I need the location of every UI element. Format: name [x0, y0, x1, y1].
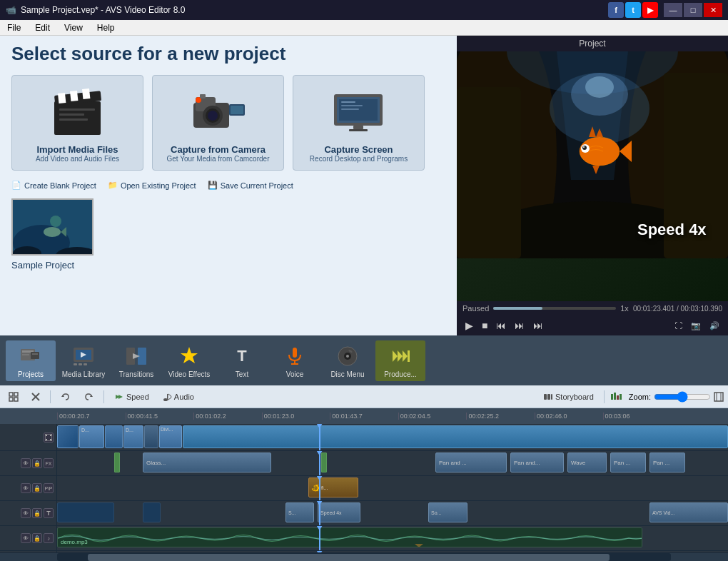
wave-clip[interactable]: Wave [567, 453, 607, 472]
stop-button[interactable]: ■ [479, 318, 490, 333]
end-button[interactable]: ⏭ [530, 318, 546, 333]
tc-lock[interactable]: 🔒 [32, 458, 42, 468]
project-thumbnail[interactable] [11, 198, 93, 256]
youtube-icon[interactable]: ▶ [642, 2, 658, 18]
playhead-audio-2 [319, 551, 320, 552]
tc-lock-audio[interactable]: 🔒 [32, 533, 42, 543]
create-blank-link[interactable]: 📄 Create Blank Project [11, 181, 96, 190]
play-button[interactable]: ▶ [462, 318, 476, 333]
toolbar-media[interactable]: Media Library [59, 340, 108, 381]
svg-rect-101 [46, 435, 47, 436]
video-clip[interactable] [57, 425, 79, 448]
video-clip[interactable] [144, 425, 158, 448]
tc-eye-audio[interactable]: 👁 [21, 533, 31, 543]
svg-rect-90 [544, 394, 547, 400]
video-clip[interactable]: D... [79, 425, 104, 448]
tc-T[interactable]: T [44, 508, 54, 518]
transitions-icon [123, 343, 149, 369]
pan-clip-3[interactable]: Pan ... [610, 453, 646, 472]
menu-view[interactable]: View [61, 21, 86, 34]
snapshot-button[interactable]: 📷 [688, 320, 704, 332]
redo-button[interactable] [79, 390, 98, 403]
so-clip[interactable]: So... [428, 502, 467, 522]
video-clip[interactable] [183, 425, 728, 448]
svg-point-27 [50, 216, 61, 227]
audio-tool[interactable]: Audio [158, 390, 198, 403]
storyboard-button[interactable]: Storyboard [539, 390, 598, 403]
social-icons: f t ▶ [608, 2, 658, 18]
open-project-link[interactable]: 📁 Open Existing Project [108, 181, 196, 190]
speed4x-clip[interactable]: Speed 4x [318, 502, 360, 522]
audio-main-clip[interactable]: demo.mp3 [57, 527, 642, 547]
save-project-link[interactable]: 💾 Save Current Project [208, 181, 293, 190]
track-video: D... D... Divi... [0, 424, 728, 451]
menu-help[interactable]: Help [94, 21, 118, 34]
text-marker-2[interactable] [143, 502, 161, 522]
menu-file[interactable]: File [4, 21, 24, 34]
marker-clip-2[interactable] [321, 453, 327, 472]
zoom-fit-icon[interactable] [714, 392, 724, 402]
video-clip[interactable]: Divi... [159, 425, 182, 448]
toolbar-projects[interactable]: Projects [6, 340, 56, 381]
svg-rect-38 [457, 87, 521, 258]
tc-fx[interactable]: FX [44, 458, 54, 468]
text-marker[interactable] [57, 502, 114, 522]
undo-button[interactable] [56, 390, 75, 403]
svg-rect-96 [620, 394, 622, 400]
tc-lock-pip[interactable]: 🔒 [32, 483, 42, 493]
pip-clip[interactable]: 🐠 fi... [308, 477, 358, 497]
facebook-icon[interactable]: f [608, 2, 624, 18]
progress-track[interactable] [493, 307, 616, 310]
tc-music[interactable]: ♪ [44, 533, 54, 543]
avsvid-clip[interactable]: AVS Vid... [649, 502, 728, 522]
camera-subtitle: Get Your Media from Camcorder [160, 155, 276, 163]
toolbar-voice[interactable]: Voice [270, 340, 320, 381]
s-clip[interactable]: S... [285, 502, 314, 522]
toolbar-effects[interactable]: Video Effects [164, 340, 214, 381]
menu-edit[interactable]: Edit [32, 21, 53, 34]
fullscreen-button[interactable]: ⛶ [672, 320, 685, 332]
svg-point-72 [346, 355, 349, 358]
next-frame-button[interactable]: ⏭ [512, 318, 527, 333]
volume-button[interactable]: 🔊 [707, 320, 722, 332]
close-tool[interactable] [27, 391, 44, 403]
tc-pip[interactable]: PiP [44, 483, 54, 493]
maximize-button[interactable]: □ [684, 3, 702, 17]
source-card-import[interactable]: Import Media Files Add Video and Audio F… [11, 75, 143, 171]
tc-eye-text[interactable]: 👁 [21, 508, 31, 518]
speed-icon [114, 392, 124, 402]
source-card-camera[interactable]: Capture from Camera Get Your Media from … [152, 75, 284, 171]
tc-eye[interactable]: 👁 [21, 458, 31, 468]
svg-rect-20 [341, 101, 355, 103]
svg-rect-92 [551, 394, 552, 400]
toolbar-text[interactable]: T Text [217, 340, 267, 381]
scrollbar-thumb[interactable] [88, 554, 610, 561]
toolbar-transitions[interactable]: Transitions [111, 340, 161, 381]
video-clip[interactable]: D... [123, 425, 143, 448]
zoom-slider[interactable] [654, 391, 711, 403]
tc-film[interactable] [44, 433, 54, 443]
marker-clip[interactable] [114, 453, 120, 472]
tc-lock-text[interactable]: 🔒 [32, 508, 42, 518]
svg-marker-87 [118, 395, 123, 399]
ruler-mark-7: 00:02:46.0 [535, 413, 603, 420]
video-clip[interactable] [105, 425, 123, 448]
playhead[interactable] [319, 424, 320, 450]
pan-clip-4[interactable]: Pan ... [649, 453, 685, 472]
pan-clip[interactable]: Pan and ... [435, 453, 507, 472]
close-button[interactable]: ✕ [704, 3, 722, 17]
speed-tool[interactable]: Speed [110, 390, 153, 403]
pan-clip-2[interactable]: Pan and... [510, 453, 564, 472]
ruler-mark-8: 00:03:06 [603, 413, 672, 420]
minimize-button[interactable]: — [664, 3, 682, 17]
source-card-screen[interactable]: Capture Screen Record Desktop and Progra… [293, 75, 425, 171]
toolbar-produce[interactable]: Produce... [375, 340, 425, 381]
twitter-icon[interactable]: t [625, 2, 641, 18]
grid-tool[interactable] [4, 390, 23, 403]
glass-clip[interactable]: Glass... [143, 453, 271, 472]
separator [50, 390, 51, 403]
toolbar-disc[interactable]: Disc Menu [323, 340, 373, 381]
svg-rect-5 [59, 108, 95, 111]
tc-eye-pip[interactable]: 👁 [21, 483, 31, 493]
prev-frame-button[interactable]: ⏮ [493, 318, 509, 333]
